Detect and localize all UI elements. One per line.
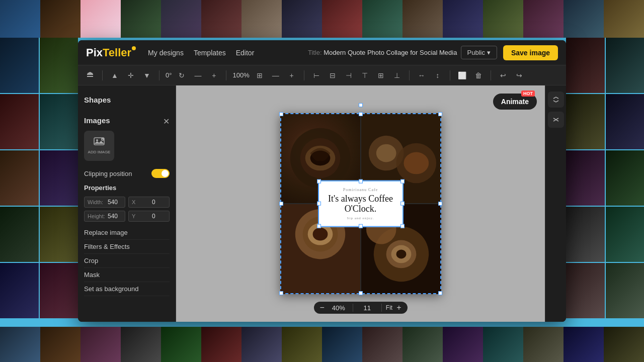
sidebar-template[interactable] [0, 94, 39, 149]
redo-icon[interactable]: ↪ [513, 69, 525, 81]
strip-item[interactable] [483, 0, 523, 38]
sidebar-template[interactable] [0, 207, 39, 262]
strip-item[interactable] [443, 0, 483, 38]
set-as-background-link[interactable]: Set as background [84, 282, 170, 296]
sidebar-template[interactable] [40, 94, 78, 149]
strip-item[interactable] [403, 327, 443, 362]
strip-item[interactable] [161, 0, 201, 38]
strip-item[interactable] [242, 0, 282, 38]
height-field[interactable]: Height: 540 [84, 211, 125, 222]
sidebar-template[interactable] [566, 38, 605, 93]
undo-icon[interactable]: ↩ [497, 69, 509, 81]
sidebar-template[interactable] [40, 207, 78, 262]
sidebar-template[interactable] [0, 263, 39, 318]
zoom-minus-button[interactable]: − [319, 304, 324, 312]
zoom-out-icon[interactable]: — [270, 69, 282, 81]
strip-item[interactable] [523, 0, 564, 38]
strip-item[interactable] [40, 0, 80, 38]
align-center-v-icon[interactable]: ⊞ [375, 69, 387, 81]
plus-icon[interactable]: + [208, 69, 220, 81]
strip-item[interactable] [242, 327, 282, 362]
sidebar-template[interactable] [566, 94, 605, 149]
strip-item[interactable] [121, 0, 161, 38]
strip-item[interactable] [322, 327, 362, 362]
strip-item[interactable] [282, 0, 322, 38]
strip-item[interactable] [80, 0, 121, 38]
sidebar-template[interactable] [0, 150, 39, 206]
zoom-in-icon[interactable]: + [286, 69, 298, 81]
frame-icon[interactable]: ⬜ [456, 69, 468, 81]
collapse-icon[interactable] [548, 112, 564, 128]
strip-item[interactable] [362, 0, 403, 38]
layer-icon[interactable] [84, 69, 96, 81]
strip-item[interactable] [161, 327, 201, 362]
sidebar-template[interactable] [566, 207, 605, 262]
sidebar-template[interactable] [606, 94, 645, 149]
logo: PixTeller [86, 46, 136, 59]
sidebar-template[interactable] [566, 150, 605, 206]
strip-item[interactable] [201, 327, 242, 362]
strip-item[interactable] [121, 327, 161, 362]
nav-templates[interactable]: Templates [194, 49, 226, 57]
x-field[interactable]: X 0 [128, 197, 170, 208]
strip-item[interactable] [443, 327, 483, 362]
align-left-icon[interactable]: ⊢ [310, 69, 323, 81]
width-field[interactable]: Width: 540 [84, 197, 125, 208]
strip-item[interactable] [483, 327, 523, 362]
public-button[interactable]: Public ▾ [461, 46, 497, 59]
strip-item[interactable] [0, 0, 40, 38]
strip-item[interactable] [201, 0, 242, 38]
rotate-icon[interactable]: ↻ [176, 69, 188, 81]
nav-my-designs[interactable]: My designs [148, 49, 184, 57]
strip-item[interactable] [282, 327, 322, 362]
flip-h-icon[interactable]: ↔ [416, 69, 428, 81]
sidebar-template[interactable] [606, 150, 645, 206]
strip-item[interactable] [0, 327, 40, 362]
align-bottom-icon[interactable]: ⊥ [391, 69, 403, 81]
crop-link[interactable]: Crop [84, 254, 170, 268]
close-images-button[interactable]: ✕ [163, 118, 170, 126]
move-up-icon[interactable]: ▲ [109, 69, 121, 81]
nav-editor[interactable]: Editor [236, 49, 255, 57]
zoom-fit-button[interactable]: Fit [386, 304, 392, 311]
strip-item[interactable] [80, 327, 121, 362]
align-center-h-icon[interactable]: ⊟ [327, 69, 339, 81]
align-top-icon[interactable]: ⊤ [359, 69, 371, 81]
strip-item[interactable] [564, 327, 604, 362]
selection-handle-top[interactable] [359, 103, 363, 107]
expand-icon[interactable] [548, 92, 564, 108]
grid-icon[interactable]: ⊞ [254, 69, 266, 81]
animate-button[interactable]: HOT Animate [493, 94, 537, 110]
sidebar-template[interactable] [40, 38, 78, 93]
strip-item[interactable] [523, 327, 564, 362]
strip-item[interactable] [403, 0, 443, 38]
strip-item[interactable] [604, 0, 644, 38]
move-icon[interactable]: ✛ [125, 69, 137, 81]
strip-item[interactable] [40, 327, 80, 362]
sidebar-template[interactable] [0, 38, 39, 93]
replace-image-link[interactable]: Replace image [84, 226, 170, 240]
add-image-button[interactable]: + ADD IMAGE [84, 131, 114, 161]
zoom-plus-button[interactable]: + [396, 304, 401, 312]
sidebar-template[interactable] [40, 263, 78, 318]
delete-icon[interactable]: 🗑 [472, 69, 485, 81]
strip-item[interactable] [564, 0, 604, 38]
strip-item[interactable] [362, 327, 403, 362]
minus-icon[interactable]: — [192, 69, 204, 81]
strip-item[interactable] [322, 0, 362, 38]
sidebar-template[interactable] [606, 38, 645, 93]
filters-effects-link[interactable]: Filters & Effects [84, 240, 170, 254]
mask-link[interactable]: Mask [84, 268, 170, 282]
move-down-icon[interactable]: ▼ [141, 69, 153, 81]
sidebar-template[interactable] [606, 263, 645, 318]
y-field[interactable]: Y 0 [128, 211, 170, 222]
text-overlay[interactable]: Pomirioanu Cafe It's always Coffee O'Clo… [318, 180, 404, 227]
clipping-toggle[interactable] [151, 169, 170, 178]
align-right-icon[interactable]: ⊣ [343, 69, 355, 81]
flip-v-icon[interactable]: ↕ [432, 69, 444, 81]
sidebar-template[interactable] [606, 207, 645, 262]
save-image-button[interactable]: Save image [503, 45, 558, 60]
sidebar-template[interactable] [40, 150, 78, 206]
sidebar-template[interactable] [566, 263, 605, 318]
strip-item[interactable] [604, 327, 644, 362]
